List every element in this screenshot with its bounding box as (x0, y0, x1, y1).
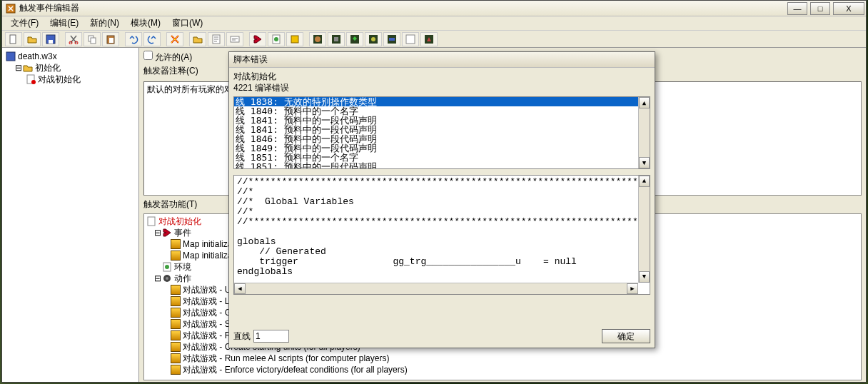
menubar: 文件(F) 编辑(E) 新的(N) 模块(M) 窗口(W) (2, 16, 866, 31)
svg-rect-29 (148, 217, 155, 226)
tb-mod2[interactable] (328, 32, 345, 46)
tb-save[interactable] (42, 32, 59, 46)
svg-point-28 (31, 80, 36, 84)
scroll-right-button[interactable]: ▶ (627, 283, 638, 294)
menu-file[interactable]: 文件(F) (5, 16, 44, 31)
tb-new-comment[interactable] (226, 32, 243, 46)
dialog-titlebar[interactable]: 脚本错误 (229, 52, 655, 68)
tb-mod7[interactable] (420, 32, 438, 46)
tb-new[interactable] (5, 32, 22, 46)
tb-event[interactable] (249, 32, 266, 46)
tb-open[interactable] (24, 32, 41, 46)
menu-new[interactable]: 新的(N) (84, 16, 125, 31)
action-item[interactable]: 对战游戏 - Run melee AI scripts (for compute… (146, 353, 859, 364)
svg-rect-3 (49, 40, 53, 44)
svg-point-33 (166, 277, 168, 280)
tb-condition[interactable] (268, 32, 285, 46)
tree-trigger[interactable]: 对战初始化 (5, 74, 136, 85)
trigger-icon (146, 216, 157, 227)
svg-rect-24 (406, 35, 415, 44)
dialog-trigger-name: 对战初始化 (233, 71, 650, 82)
condition-icon (161, 261, 173, 273)
svg-point-31 (165, 265, 169, 269)
line-label: 直线 (233, 330, 251, 343)
code-v-scrollbar[interactable]: ▲▼ (638, 176, 650, 283)
tb-mod5[interactable] (383, 32, 400, 46)
tb-cut[interactable] (65, 32, 82, 46)
scroll-down-button[interactable]: ▼ (639, 157, 650, 168)
code-h-scrollbar[interactable]: ◀▶ (234, 283, 638, 294)
scroll-left-button[interactable]: ◀ (234, 283, 246, 294)
menu-window[interactable]: 窗口(W) (166, 16, 208, 31)
app-icon (5, 3, 16, 14)
titlebar[interactable]: 触发事件编辑器 — □ X (2, 1, 866, 16)
svg-rect-1 (10, 35, 16, 44)
tb-action[interactable] (286, 32, 303, 46)
tb-new-trigger[interactable] (208, 32, 225, 46)
svg-point-16 (315, 36, 321, 42)
tb-paste[interactable] (102, 32, 119, 46)
line-input[interactable] (253, 330, 289, 343)
script-error-dialog[interactable]: 脚本错误 对战初始化 4221 编译错误 线 1838: 无效的特别操作数类型 … (228, 51, 655, 348)
error-list-scrollbar[interactable]: ▲ ▼ (638, 97, 650, 168)
scroll-down-button[interactable]: ▼ (639, 271, 650, 283)
svg-rect-14 (291, 36, 298, 43)
menu-module[interactable]: 模块(M) (125, 16, 166, 31)
svg-rect-11 (231, 36, 239, 42)
svg-rect-7 (91, 38, 96, 44)
window-title: 触发事件编辑器 (19, 2, 784, 14)
tb-mod1[interactable] (309, 32, 326, 46)
dialog-title-text: 脚本错误 (233, 54, 268, 66)
tb-undo[interactable] (125, 32, 142, 46)
tree-map-root[interactable]: death.w3x (5, 51, 136, 62)
map-tree[interactable]: death.w3x ⊟ 初始化 对战初始化 (2, 48, 138, 88)
error-row[interactable]: 线 1851: 预料中的一段代码声明 (234, 162, 650, 169)
close-button[interactable]: X (833, 2, 864, 15)
tb-mod3[interactable] (346, 32, 363, 46)
scroll-up-button[interactable]: ▲ (639, 176, 650, 187)
action-item[interactable]: 对战游戏 - Enforce victory/defeat conditions… (146, 364, 859, 375)
tb-validate[interactable] (166, 32, 183, 46)
tb-redo[interactable] (143, 32, 161, 46)
maximize-button[interactable]: □ (810, 2, 830, 15)
minimize-button[interactable]: — (787, 2, 807, 15)
svg-rect-9 (109, 38, 113, 43)
menu-edit[interactable]: 编辑(E) (44, 16, 84, 31)
toolbar (2, 31, 866, 48)
svg-point-13 (274, 37, 278, 41)
event-flag-icon (161, 227, 173, 238)
svg-rect-26 (6, 52, 15, 61)
ok-button[interactable]: 确定 (602, 329, 650, 343)
tb-copy[interactable] (84, 32, 101, 46)
tree-category[interactable]: ⊟ 初始化 (5, 62, 136, 74)
action-gear-icon (161, 273, 173, 284)
code-preview[interactable]: //**************************************… (233, 175, 650, 295)
svg-rect-18 (334, 37, 338, 41)
scroll-up-button[interactable]: ▲ (639, 97, 650, 108)
tb-mod4[interactable] (365, 32, 382, 46)
tb-mod6[interactable] (402, 32, 419, 46)
svg-point-21 (371, 37, 375, 41)
tb-new-cat[interactable] (189, 32, 206, 46)
dialog-error-count: 4221 编译错误 (233, 82, 650, 94)
left-panel: death.w3x ⊟ 初始化 对战初始化 (2, 48, 139, 382)
svg-rect-23 (389, 38, 395, 41)
error-list[interactable]: 线 1838: 无效的特别操作数类型 线 1840: 预料中的一个名字 线 18… (233, 96, 650, 169)
